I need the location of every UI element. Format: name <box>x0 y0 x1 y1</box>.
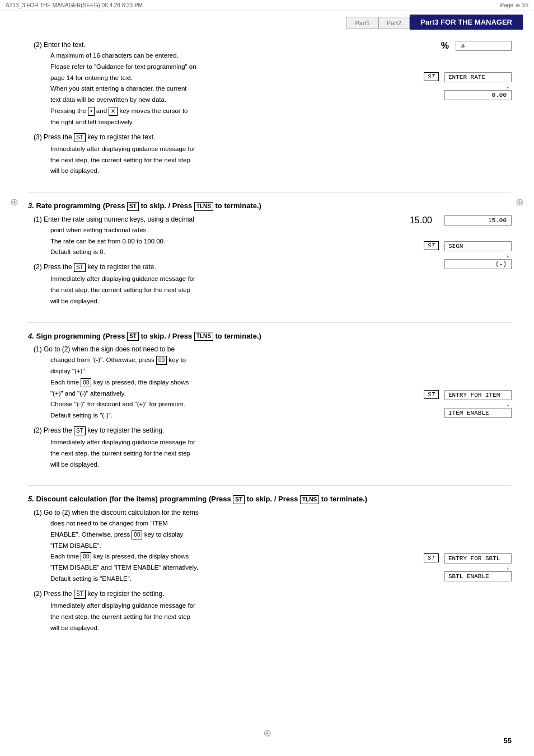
page-info: Page ⊕ 55 <box>500 2 528 8</box>
divider-1 <box>28 192 512 192</box>
section4-row: (1) Go to (2) when the sign does not nee… <box>28 345 512 475</box>
section3: 3. Rate programming (Press ST to skip. /… <box>28 201 512 312</box>
section5-displays: ST ENTRY FOR SBTL ↓ SBTL ENABLE <box>383 509 512 581</box>
arrow-down-3: ↓ <box>506 400 512 408</box>
page-label: Page <box>500 2 513 8</box>
entry-item-panel: ENTRY FOR ITEM ↓ ITEM ENABLE <box>444 390 512 418</box>
section3-heading: Rate programming <box>36 201 101 210</box>
st-key-inline: ST <box>74 133 86 142</box>
section5-item2-sub: Immediately after displaying guidance me… <box>34 601 383 633</box>
section3-text: (1) Enter the rate using numeric keys, u… <box>28 215 383 312</box>
tlns-key-4: TLNS <box>194 332 213 341</box>
section2-row: (2) Enter the text. A maximum of 16 char… <box>28 41 512 182</box>
section5-item1-label: (1) Go to (2) when the discount calculat… <box>34 509 383 516</box>
st-skip-key-5: ST <box>233 495 245 504</box>
section3-item2: (2) Press the ST key to register the rat… <box>28 263 383 306</box>
tlns-key-5: TLNS <box>300 495 319 504</box>
tab-part1[interactable]: Part1 <box>346 17 378 29</box>
section3-title: 3. Rate programming (Press ST to skip. /… <box>28 201 512 211</box>
sign-panel: SIGN ↓ (-) <box>444 241 512 269</box>
st-sign-group: ST SIGN ↓ (-) <box>424 241 512 269</box>
section4-item1-label: (1) Go to (2) when the sign does not nee… <box>34 345 383 353</box>
section4-item1: (1) Go to (2) when the sign does not nee… <box>28 345 383 421</box>
divider-2 <box>28 322 512 323</box>
section4-item2: (2) Press the ST key to register the set… <box>28 426 383 469</box>
arrow-down-1: ↓ <box>506 82 512 90</box>
section5-item1: (1) Go to (2) when the discount calculat… <box>28 509 383 584</box>
arrow-down-2: ↓ <box>506 251 512 259</box>
section3-item2-label: (2) Press the ST key to register the rat… <box>34 263 383 272</box>
key-00-s5a: 00 <box>132 530 142 539</box>
item2-sub: A maximum of 16 characters can be entere… <box>34 51 383 128</box>
section5-item2-label: (2) Press the ST key to register the set… <box>34 590 383 599</box>
section5-text: (1) Go to (2) when the discount calculat… <box>28 509 383 638</box>
section4-item2-sub: Immediately after displaying guidance me… <box>34 438 383 469</box>
st-key-s5: ST <box>74 590 86 599</box>
section3-item1: (1) Enter the rate using numeric keys, u… <box>28 215 383 257</box>
percent-input-box: % <box>456 41 512 51</box>
tab-part3-label: Part3 FOR THE MANAGER <box>420 18 512 26</box>
item3-label: (3) Press the ST key to register the tex… <box>34 133 383 142</box>
section3-item1-label: (1) Enter the rate using numeric keys, u… <box>34 215 383 223</box>
header-bar: A213_3 FOR THE MANAGER(SEEG) 06.4.28 8:3… <box>0 0 534 11</box>
enter-rate-panel: ENTER RATE ↓ 0.00 <box>444 72 512 100</box>
main-content: (2) Enter the text. A maximum of 16 char… <box>0 30 534 660</box>
entry-sbtl-flow: ST ENTRY FOR SBTL ↓ SBTL ENABLE <box>424 553 512 581</box>
x-key: ✕ <box>109 107 118 116</box>
rate-entry-row: 15.00 15.00 <box>410 215 512 226</box>
section3-item2-sub: Immediately after displaying guidance me… <box>34 274 383 306</box>
tlns-key-3: TLNS <box>194 202 213 211</box>
percent-row: % % <box>441 41 512 51</box>
section4-heading: Sign programming <box>36 332 101 340</box>
rate-entry-value: 15.00 <box>410 215 432 226</box>
crosshair-left-mid: ⊕ <box>10 196 18 208</box>
page-crosshair-icon: ⊕ <box>516 2 520 8</box>
st-skip-key-3: ST <box>127 202 139 211</box>
section3-row: (1) Enter the rate using numeric keys, u… <box>28 215 512 312</box>
entry-item-label: ENTRY FOR ITEM <box>444 390 512 400</box>
st-and-screen: ST ENTER RATE ↓ 0.00 <box>424 72 512 100</box>
key-00-s5b: 00 <box>81 552 91 561</box>
section4-item1-sub: changed from "(-)". Otherwise, press 00 … <box>34 355 383 421</box>
sign-value-box: (-) <box>444 259 512 269</box>
key-00-s4b: 00 <box>81 378 91 387</box>
sbtl-enable-box: SBTL ENABLE <box>444 571 512 581</box>
st-skip-key-4: ST <box>127 332 139 341</box>
section3-num: 3. <box>28 201 34 210</box>
enter-rate-label: ENTER RATE <box>444 72 512 82</box>
item3-sub: Immediately after displaying guidance me… <box>34 144 383 176</box>
section5-item2: (2) Press the ST key to register the set… <box>28 590 383 633</box>
section3-displays: 15.00 15.00 ST SIGN ↓ (-) <box>383 215 512 269</box>
st-entry-item-group: ST ENTRY FOR ITEM ↓ ITEM ENABLE <box>424 390 512 418</box>
percent-symbol: % <box>441 41 449 51</box>
nav-tabs: Part1 Part2 Part3 FOR THE MANAGER <box>0 11 534 30</box>
dot-key: • <box>88 107 95 116</box>
section2-text: (2) Enter the text. A maximum of 16 char… <box>28 41 383 182</box>
st-key-s5-display: ST <box>424 553 439 562</box>
section2-displays: % % ST ENTER RATE ↓ 0.00 <box>383 41 512 100</box>
section5-title: 5. Discount calculation (for the items) … <box>28 495 512 504</box>
section4-text: (1) Go to (2) when the sign does not nee… <box>28 345 383 475</box>
section5-heading: Discount calculation (for the items) pro… <box>36 495 207 503</box>
st-key-s4: ST <box>74 426 86 435</box>
sbtl-panel: ENTRY FOR SBTL ↓ SBTL ENABLE <box>444 553 512 581</box>
st-key-s3-display: ST <box>424 241 439 250</box>
item2-label: (2) Enter the text. <box>34 41 383 49</box>
rate-value-box: 0.00 <box>444 90 512 100</box>
st-enter-rate-flow: ST ENTER RATE ↓ 0.00 <box>424 72 512 100</box>
tab-part3[interactable]: Part3 FOR THE MANAGER <box>410 15 523 30</box>
tab-part2[interactable]: Part2 <box>378 17 410 29</box>
st-sbtl-group: ST ENTRY FOR SBTL ↓ SBTL ENABLE <box>424 553 512 581</box>
divider-3 <box>28 485 512 486</box>
section4: 4. Sign programming (Press ST to skip. /… <box>28 332 512 476</box>
section3-item1-sub: point when setting fractional rates. The… <box>34 226 383 257</box>
item2-block: (2) Enter the text. A maximum of 16 char… <box>28 41 383 128</box>
section5-row: (1) Go to (2) when the discount calculat… <box>28 509 512 638</box>
sign-label: SIGN <box>444 241 512 251</box>
rate-display-box: 15.00 <box>444 215 512 226</box>
section4-displays: ST ENTRY FOR ITEM ↓ ITEM ENABLE <box>383 345 512 418</box>
st-sign-flow: ST SIGN ↓ (-) <box>424 241 512 269</box>
st-key-s3: ST <box>74 263 86 272</box>
section2-continuation: (2) Enter the text. A maximum of 16 char… <box>28 41 512 182</box>
section5-item1-sub: does not need to be changed from "ITEM E… <box>34 519 383 584</box>
